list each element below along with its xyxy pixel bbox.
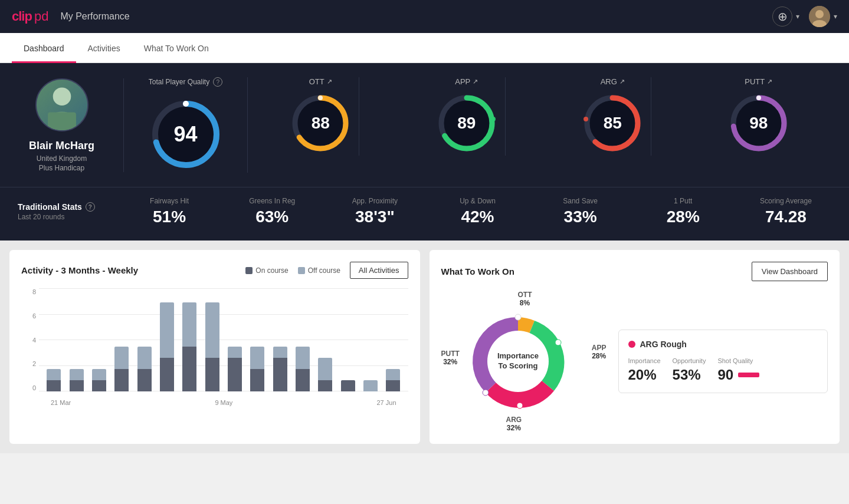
svg-point-11 [183,101,189,107]
legend-off-course-dot [298,267,305,274]
stat-greens-in-reg: Greens In Reg 63% [227,197,317,226]
bar-group [225,291,245,391]
tab-activities[interactable]: Activities [76,33,132,63]
total-quality-label: Total Player Quality ? [149,77,222,87]
bar-group [315,291,335,391]
svg-point-27 [756,95,761,100]
bar-off-course [318,358,332,380]
ott-label: OTT ↗ [309,77,332,86]
app-label: APP ↗ [455,77,478,86]
user-avatar[interactable] [809,6,830,27]
add-button[interactable]: ⊕ [772,6,792,27]
what-to-work-on-panel: What To Work On View Dashboard [430,250,840,444]
legend-on-course-dot [245,267,253,274]
add-dropdown-arrow[interactable]: ▾ [796,12,799,21]
arg-rough-dot [628,341,635,348]
arg-rough-metrics: Importance 20% Opportunity 53% Shot Qual… [628,357,818,383]
user-dropdown-arrow[interactable]: ▾ [834,12,837,21]
bar-on-course [137,369,152,391]
all-activities-button[interactable]: All Activities [350,262,408,279]
traditional-stats: Traditional Stats ? Last 20 rounds Fairw… [0,187,849,241]
ott-value: 88 [312,114,330,133]
putt-ring: 98 [726,91,791,156]
svg-point-33 [555,340,561,345]
total-quality-section: Total Player Quality ? 94 [142,77,248,173]
shot-quality-metric: Shot Quality 90 [717,357,759,383]
bar-group [202,291,222,391]
svg-text:Importance: Importance [497,351,538,360]
bar-group [270,291,290,391]
arg-rough-card: ARG Rough Importance 20% Opportunity 53%… [618,330,828,393]
bar-off-course [205,302,219,358]
opportunity-metric: Opportunity 53% [673,357,706,383]
app-segment-label: APP 28% [592,344,607,360]
arg-ring: 85 [580,91,645,156]
bar-group [44,291,64,391]
bar-on-course [296,369,310,391]
hero-section: Blair McHarg United Kingdom Plus Handica… [0,63,849,187]
tab-dashboard[interactable]: Dashboard [12,33,76,63]
arg-segment-label: ARG 32% [506,416,522,432]
view-dashboard-button[interactable]: View Dashboard [752,262,828,281]
player-handicap: Plus Handicap [39,164,84,172]
bar-off-course [228,347,242,358]
bar-group [89,291,109,391]
ott-trend-icon: ↗ [327,78,332,85]
svg-point-1 [815,10,824,18]
activity-panel-header: Activity - 3 Months - Weekly On course O… [21,262,408,279]
help-icon[interactable]: ? [213,77,222,87]
bar-off-course [182,302,196,347]
bar-group [337,291,358,391]
trad-stats-label: Traditional Stats ? Last 20 rounds [18,202,112,221]
bar-off-course [70,369,84,380]
putt-value: 98 [749,114,768,133]
bar-group [112,291,132,391]
top-navigation: clippd My Performance ⊕ ▾ ▾ [0,0,849,33]
nav-title: My Performance [60,11,129,22]
bar-on-course [160,358,174,391]
shot-quality-bar [738,373,759,377]
arg-value: 85 [604,114,622,133]
svg-text:To Scoring: To Scoring [498,361,537,370]
total-quality-ring: 94 [147,96,224,173]
putt-label: PUTT ↗ [745,77,772,86]
importance-metric: Importance 20% [628,357,661,383]
activity-chart-panel: Activity - 3 Months - Weekly On course O… [9,250,420,444]
bar-on-course [386,380,400,391]
trad-stats-title: Traditional Stats ? [18,202,112,212]
trad-stats-period: Last 20 rounds [18,213,112,221]
app-ring: 89 [434,91,499,156]
bar-on-course [182,347,196,391]
wtwo-content: Importance To Scoring OTT 8% [441,291,828,432]
bar-on-course [47,380,61,391]
bar-on-course [70,380,84,391]
svg-point-19 [491,117,496,121]
chart-x-labels: 21 Mar 9 May 27 Jun [39,399,408,406]
nav-left: clippd My Performance [12,9,130,24]
putt-trend-icon: ↗ [767,78,772,85]
stat-fairways-hit: Fairways Hit 51% [124,197,215,226]
tab-what-to-work-on[interactable]: What To Work On [132,33,221,63]
bar-group [383,291,403,391]
logo[interactable]: clippd [12,9,48,24]
bar-off-course [160,302,174,358]
bar-on-course [250,369,264,391]
player-name: Blair McHarg [29,140,94,152]
bar-on-course [318,380,332,391]
trad-stats-help-icon[interactable]: ? [86,202,95,212]
bar-off-course [137,347,152,369]
ott-ring: 88 [288,91,353,156]
bar-on-course [205,358,219,391]
arg-label: ARG ↗ [601,77,625,86]
bar-on-course [114,369,129,391]
player-country: United Kingdom [37,154,87,163]
total-quality-value: 94 [173,122,197,147]
donut-chart-container: Importance To Scoring OTT 8% [441,291,607,432]
app-value: 89 [457,114,476,133]
bars-container [39,288,408,391]
svg-point-32 [515,314,521,320]
app-trend-icon: ↗ [473,78,478,85]
bar-group [66,291,86,391]
scores-area: Total Player Quality ? 94 OTT [124,77,831,173]
stat-scoring-average: Scoring Average 74.28 [740,197,831,226]
